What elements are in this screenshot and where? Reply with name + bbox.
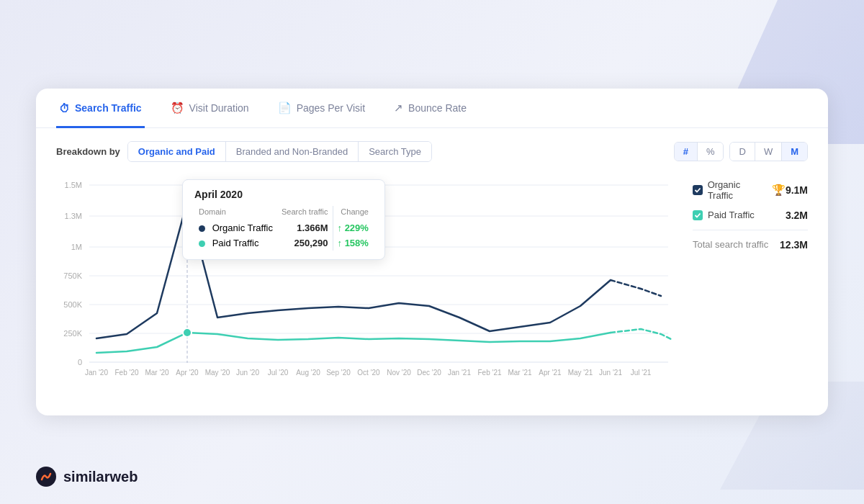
toggle-percent-label: %	[706, 146, 715, 157]
legend-organic-value: 9.1M	[786, 184, 808, 196]
paid-dot-apr20	[183, 328, 192, 337]
tab-search-traffic-label: Search Traffic	[75, 102, 142, 114]
tab-bounce-rate-label: Bounce Rate	[408, 102, 467, 114]
similarweb-logo-icon	[36, 467, 56, 487]
breakdown-tab-organic-paid[interactable]: Organic and Paid	[128, 142, 226, 161]
toggle-weekly-label: W	[764, 146, 773, 157]
period-toggle: D W M	[729, 142, 808, 161]
check-icon-paid	[694, 212, 701, 219]
breakdown-tab-branded[interactable]: Branded and Non-Branded	[226, 142, 359, 161]
legend-paid-left: Paid Traffic	[693, 210, 755, 220]
svg-text:Dec '20: Dec '20	[417, 369, 441, 377]
tooltip-paid-label: Paid Traffic	[194, 235, 277, 251]
legend-organic-check[interactable]	[693, 185, 703, 195]
breakdown-left: Breakdown by Organic and Paid Branded an…	[56, 141, 432, 162]
card-body: Breakdown by Organic and Paid Branded an…	[36, 128, 828, 415]
breakdown-organic-paid-label: Organic and Paid	[138, 146, 215, 157]
toggle-weekly[interactable]: W	[755, 143, 782, 161]
svg-text:Nov '20: Nov '20	[387, 369, 411, 377]
svg-text:1M: 1M	[71, 243, 82, 251]
brand-name-text: similarweb	[63, 469, 138, 485]
tab-bounce-rate[interactable]: ↗ Bounce Rate	[391, 89, 469, 128]
main-card: ⏱ Search Traffic ⏰ Visit Duration 📄 Page…	[36, 89, 828, 415]
tooltip-paid-dot	[199, 240, 205, 247]
visit-duration-icon: ⏰	[171, 102, 184, 114]
breakdown-tabs: Organic and Paid Branded and Non-Branded…	[127, 141, 432, 162]
svg-text:Sep '20: Sep '20	[326, 369, 351, 377]
tooltip-organic-dot	[199, 225, 205, 232]
svg-text:May '20: May '20	[205, 369, 230, 377]
svg-text:500K: 500K	[63, 300, 82, 309]
svg-text:750K: 750K	[63, 271, 82, 280]
tooltip-col-domain: Domain	[194, 206, 277, 220]
legend-organic: Organic Traffic 🏆 9.1M	[693, 179, 808, 201]
legend-paid-label: Paid Traffic	[708, 210, 755, 220]
tooltip-paid-change: ↑ 158%	[333, 235, 373, 251]
svg-text:250K: 250K	[63, 329, 82, 338]
tooltip-organic-change: ↑ 229%	[333, 220, 373, 235]
svg-text:1.3M: 1.3M	[65, 212, 82, 220]
chart-area: 1.5M 1.3M 1M 750K 500K 250K 0	[56, 172, 675, 398]
tooltip-organic-value: 1.366M	[277, 220, 333, 235]
svg-text:Aug '20: Aug '20	[296, 369, 320, 377]
svg-text:May '21: May '21	[568, 369, 593, 377]
toggle-monthly-label: M	[791, 146, 798, 157]
legend-organic-label: Organic Traffic	[708, 179, 767, 201]
tab-search-traffic[interactable]: ⏱ Search Traffic	[56, 89, 145, 128]
chart-svg-wrap: 1.5M 1.3M 1M 750K 500K 250K 0	[56, 172, 675, 398]
tooltip-organic-text: Organic Traffic	[212, 222, 273, 233]
tooltip-row-paid: Paid Traffic 250,290 ↑ 158%	[194, 235, 373, 251]
breakdown-row: Breakdown by Organic and Paid Branded an…	[56, 141, 808, 162]
chart-row: 1.5M 1.3M 1M 750K 500K 250K 0	[56, 172, 808, 398]
svg-text:1.5M: 1.5M	[65, 181, 82, 189]
toggle-daily[interactable]: D	[730, 143, 755, 161]
legend-divider	[693, 230, 808, 230]
svg-text:Jun '20: Jun '20	[236, 369, 259, 377]
chart-tooltip: April 2020 Domain Search traffic Change	[182, 179, 385, 260]
toggle-monthly[interactable]: M	[782, 143, 807, 161]
svg-text:Oct '20: Oct '20	[357, 369, 380, 377]
legend-total: Total search traffic 12.3M	[693, 239, 808, 251]
tab-visit-duration[interactable]: ⏰ Visit Duration	[168, 89, 252, 128]
toggle-hash[interactable]: #	[675, 143, 698, 161]
svg-text:Feb '20: Feb '20	[114, 369, 138, 377]
breakdown-label: Breakdown by	[56, 146, 120, 157]
legend-organic-left: Organic Traffic 🏆	[693, 179, 786, 201]
legend-paid-check[interactable]	[693, 210, 703, 220]
svg-text:0: 0	[78, 358, 82, 366]
svg-text:Feb '21: Feb '21	[477, 369, 501, 377]
breakdown-right: # % D W M	[674, 142, 808, 161]
search-traffic-icon: ⏱	[59, 102, 70, 114]
legend-paid: Paid Traffic 3.2M	[693, 210, 808, 221]
paid-line-solid	[96, 333, 611, 353]
tab-pages-per-visit[interactable]: 📄 Pages Per Visit	[275, 89, 368, 128]
svg-text:Apr '20: Apr '20	[176, 369, 199, 377]
tooltip-col-change: Change	[333, 206, 373, 220]
legend-total-value: 12.3M	[780, 239, 808, 251]
bounce-rate-icon: ↗	[394, 102, 403, 114]
svg-text:Mar '21: Mar '21	[508, 369, 531, 377]
paid-line-dashed	[611, 329, 672, 340]
branding: similarweb	[36, 467, 138, 487]
svg-text:Jan '20: Jan '20	[85, 369, 108, 377]
toggle-percent[interactable]: %	[698, 143, 724, 161]
legend-total-label: Total search traffic	[693, 239, 768, 250]
breakdown-search-type-label: Search Type	[369, 146, 421, 157]
tooltip-row-organic: Organic Traffic 1.366M ↑ 229%	[194, 220, 373, 235]
tab-visit-duration-label: Visit Duration	[189, 102, 249, 114]
svg-text:Jul '21: Jul '21	[631, 369, 652, 377]
value-type-toggle: # %	[674, 142, 724, 161]
tooltip-table: Domain Search traffic Change Organic Tra	[194, 206, 373, 251]
tooltip-organic-label: Organic Traffic	[194, 220, 277, 235]
breakdown-tab-search-type[interactable]: Search Type	[359, 142, 431, 161]
svg-text:Mar '20: Mar '20	[145, 369, 168, 377]
toggle-hash-label: #	[683, 146, 688, 157]
tab-pages-per-visit-label: Pages Per Visit	[297, 102, 365, 114]
tooltip-title: April 2020	[194, 189, 373, 200]
toggle-daily-label: D	[739, 146, 745, 157]
tooltip-paid-value: 250,290	[277, 235, 333, 251]
tab-bar: ⏱ Search Traffic ⏰ Visit Duration 📄 Page…	[36, 89, 828, 128]
svg-text:Apr '21: Apr '21	[539, 369, 562, 377]
pages-per-visit-icon: 📄	[278, 102, 292, 114]
check-icon	[694, 186, 701, 194]
